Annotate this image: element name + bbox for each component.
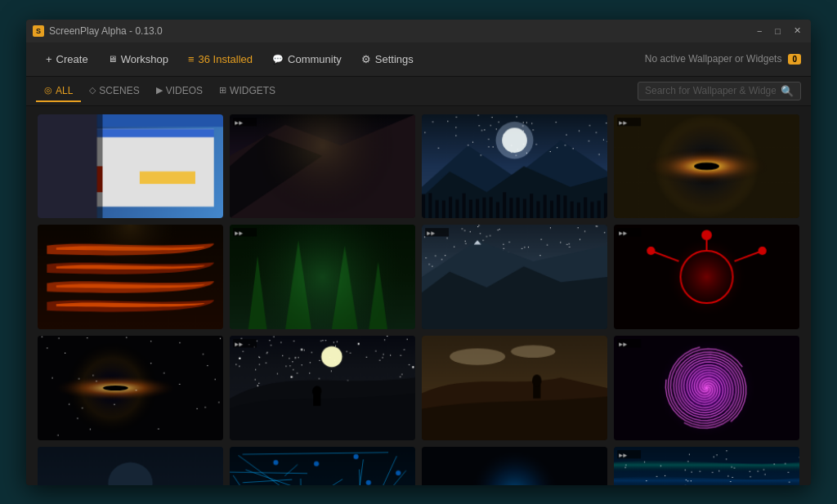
nav-community[interactable]: 💬 Community xyxy=(262,48,351,70)
subnav-videos-label: VIDEOS xyxy=(166,85,203,96)
workshop-icon: 🖥 xyxy=(108,54,117,64)
wallpaper-item[interactable] xyxy=(422,447,607,485)
installed-icon: ≡ xyxy=(188,53,195,65)
app-window: S ScreenPlay Alpha - 0.13.0 − □ ✕ + Crea… xyxy=(26,20,811,485)
wallpaper-item[interactable] xyxy=(38,447,223,485)
search-input[interactable] xyxy=(645,85,776,96)
app-icon: S xyxy=(33,25,44,37)
subnav-all-label: ALL xyxy=(56,85,73,96)
wallpaper-item[interactable] xyxy=(38,336,223,440)
nav-settings[interactable]: ⚙ Settings xyxy=(351,48,423,70)
nav-status-area: No active Wallpaper or Widgets 0 xyxy=(645,53,801,65)
wallpaper-item[interactable] xyxy=(614,225,799,329)
minimize-button[interactable]: − xyxy=(754,25,765,36)
wallpaper-content xyxy=(26,106,811,485)
nav-create[interactable]: + Create xyxy=(36,48,98,70)
maximize-button[interactable]: □ xyxy=(772,25,784,36)
wallpaper-item[interactable] xyxy=(422,225,607,329)
subnav-videos[interactable]: ▶ VIDEOS xyxy=(148,81,211,102)
wallpaper-item[interactable] xyxy=(614,447,799,485)
nav-installed-label: 36 Installed xyxy=(199,53,253,65)
subnav-widgets-label: WIDGETS xyxy=(230,85,275,96)
widgets-icon: ⊞ xyxy=(219,85,226,96)
main-navbar: + Create 🖥 Workshop ≡ 36 Installed 💬 Com… xyxy=(26,42,811,77)
scenes-icon: ◇ xyxy=(89,85,96,96)
wallpaper-item[interactable] xyxy=(230,336,415,440)
subnav-scenes-label: SCENES xyxy=(99,85,139,96)
wallpaper-item[interactable] xyxy=(230,447,415,485)
subnav-scenes[interactable]: ◇ SCENES xyxy=(81,81,147,102)
window-title: ScreenPlay Alpha - 0.13.0 xyxy=(49,25,754,37)
wallpaper-item[interactable] xyxy=(614,114,799,219)
titlebar: S ScreenPlay Alpha - 0.13.0 − □ ✕ xyxy=(26,20,811,42)
nav-installed[interactable]: ≡ 36 Installed xyxy=(178,48,262,70)
status-text: No active Wallpaper or Widgets xyxy=(645,53,782,65)
wallpaper-item[interactable] xyxy=(38,225,223,329)
close-button[interactable]: ✕ xyxy=(790,25,804,36)
search-bar: 🔍 xyxy=(638,82,801,100)
wallpaper-item[interactable] xyxy=(38,114,223,219)
wallpaper-item[interactable] xyxy=(422,114,607,219)
nav-workshop[interactable]: 🖥 Workshop xyxy=(98,48,178,70)
nav-settings-label: Settings xyxy=(375,53,414,65)
window-controls: − □ ✕ xyxy=(754,25,804,36)
create-icon: + xyxy=(46,53,52,65)
all-icon: ◎ xyxy=(44,85,52,96)
nav-workshop-label: Workshop xyxy=(121,53,168,65)
subnav-widgets[interactable]: ⊞ WIDGETS xyxy=(211,81,284,102)
wallpaper-grid xyxy=(38,114,799,485)
wallpaper-item[interactable] xyxy=(614,336,799,440)
wallpaper-item[interactable] xyxy=(230,114,415,219)
nav-community-label: Community xyxy=(288,53,342,65)
videos-icon: ▶ xyxy=(156,85,163,96)
active-badge: 0 xyxy=(788,54,801,65)
wallpaper-item[interactable] xyxy=(422,336,607,440)
nav-create-label: Create xyxy=(56,53,88,65)
settings-icon: ⚙ xyxy=(361,53,371,65)
sub-navbar: ◎ ALL ◇ SCENES ▶ VIDEOS ⊞ WIDGETS 🔍 xyxy=(26,77,811,106)
wallpaper-item[interactable] xyxy=(230,225,415,329)
community-icon: 💬 xyxy=(272,54,284,65)
subnav-all[interactable]: ◎ ALL xyxy=(36,81,81,102)
search-icon[interactable]: 🔍 xyxy=(781,85,794,97)
